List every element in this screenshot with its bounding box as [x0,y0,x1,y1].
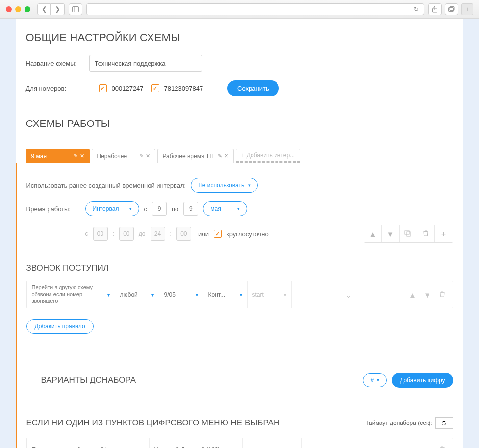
page-content: ОБЩИЕ НАСТРОЙКИ СХЕМЫ Название схемы: Дл… [16,19,463,448]
tab-label: Рабочее время ТП [163,153,214,160]
scheme-name-input[interactable] [89,55,202,72]
scheme-name-label: Название схемы: [26,60,82,67]
rule-delete[interactable] [435,287,450,302]
prev-interval-value: Не использовать [198,182,244,189]
svg-rect-3 [449,7,454,11]
incoming-title: ЗВОНОК ПОСТУПИЛ [26,263,453,273]
close-icon[interactable]: ✕ [80,153,84,159]
back-button[interactable]: ❮ [37,3,51,15]
fallback-move-down[interactable]: ▼ [420,442,435,448]
tab-pane: Использовать ранее созданный временной и… [16,163,463,448]
rule-cont-select[interactable]: Конт... ▾ [203,281,248,308]
number-text-1: 78123097847 [164,85,203,92]
digits-title: ВАРИАНТЫ ДОНАБОРА [41,375,136,385]
chevron-down-icon: ▾ [248,183,251,188]
fallback-delete[interactable] [435,442,450,448]
or-label: или [198,230,209,238]
minimize-window-icon[interactable] [15,6,21,12]
tabs-row: 9 мая ✎ ✕ Нерабочее ✎ ✕ Рабочее время ТП [26,149,454,163]
pencil-icon[interactable]: ✎ [218,153,222,159]
svg-rect-5 [405,230,409,235]
fallback-action-text: Перевести на добавочный/очередь [32,446,128,448]
section-title-general: ОБЩИЕ НАСТРОЙКИ СХЕМЫ [26,31,454,44]
rule-move-up[interactable]: ▲ [405,287,420,302]
number-checkbox-1[interactable] [151,84,159,92]
address-bar[interactable]: ↻ [86,3,424,15]
tab-label: Нерабочее [97,153,127,160]
numbers-label: Для номеров: [26,85,82,92]
tab-working-tp[interactable]: Рабочее время ТП ✎ ✕ [157,149,234,163]
fallback-last-select[interactable]: последнее ▾ [243,438,302,448]
tab-label: 9 мая [31,153,47,160]
interval-type-value: Интервал [93,205,119,212]
allday-label: круглосуточно [227,230,269,238]
rule-start-select[interactable]: start ▾ [248,281,292,308]
sidebar-toggle-button[interactable] [69,3,82,15]
tab-add-interval[interactable]: + Добавить интер... [236,149,300,163]
hash-symbol: # [370,377,374,384]
fallback-person-select[interactable]: Хороший Дмитрий (103) ▾ [150,438,243,448]
svg-rect-4 [450,6,454,10]
forward-button[interactable]: ❯ [51,3,65,15]
share-button[interactable] [428,3,442,15]
time-do: до [139,230,146,237]
maximize-window-icon[interactable] [25,6,30,12]
tab-nonworking[interactable]: Нерабочее ✎ ✕ [92,149,155,163]
delete-button[interactable] [417,225,435,242]
svg-rect-6 [406,232,411,236]
day-to-input[interactable] [183,202,198,216]
pencil-icon[interactable]: ✎ [74,153,78,159]
tab-add-label: Добавить интер... [247,152,295,159]
close-icon[interactable]: ✕ [224,153,228,159]
rule-cont-text: Конт... [208,291,225,298]
fallback-action-select[interactable]: Перевести на добавочный/очередь ▾ [27,438,150,448]
month-value: мая [210,205,221,212]
reload-icon[interactable]: ↻ [414,6,419,13]
from-label: с [144,205,148,213]
new-tab-button[interactable]: + [461,3,473,15]
plus-icon: + [241,152,245,159]
rule-expand[interactable]: ⌄ [292,281,405,308]
copy-button[interactable] [400,225,417,242]
interval-actions-bar: ▲ ▼ ＋ [364,225,453,243]
rule-action-text: Перейти в другую схему обзвона если номе… [32,284,107,304]
time-to-m[interactable] [176,227,191,241]
chevron-down-icon: ▾ [107,292,110,298]
rule-move-down[interactable]: ▼ [420,287,435,302]
chevron-down-icon: ▾ [237,206,240,211]
close-window-icon[interactable] [6,6,12,12]
add-button[interactable]: ＋ [435,225,453,242]
work-time-label: Время работы: [26,205,80,213]
chevron-down-icon: ▾ [240,292,242,298]
rule-date-select[interactable]: 9/05 ▾ [159,281,203,308]
add-rule-button[interactable]: Добавить правило [26,319,94,334]
chevron-down-icon: ▾ [151,292,154,298]
rule-action-select[interactable]: Перейти в другую схему обзвона если номе… [27,281,115,308]
chevron-down-icon: ▾ [377,377,379,384]
add-digit-button[interactable]: Добавить цифру [392,373,453,388]
day-from-input[interactable] [152,202,167,216]
time-from-h[interactable] [93,227,108,241]
time-from-s: с [85,230,88,237]
fallback-title: ЕСЛИ НИ ОДИН ИЗ ПУНКТОВ ЦИФРОВОГО МЕНЮ Н… [26,418,280,428]
fallback-move-up[interactable]: ▲ [405,442,420,448]
allday-checkbox[interactable] [214,230,222,238]
prev-interval-select[interactable]: Не использовать ▾ [191,178,258,193]
interval-type-select[interactable]: Интервал ▾ [85,201,139,216]
tab-9may[interactable]: 9 мая ✎ ✕ [26,149,90,163]
timeout-input[interactable] [435,417,453,429]
time-to-h[interactable] [151,227,165,241]
pencil-icon[interactable]: ✎ [139,153,144,159]
rule-any-select[interactable]: любой ▾ [115,281,159,308]
number-checkbox-0[interactable] [99,84,107,92]
tabs-button[interactable] [445,3,458,15]
rule-any-text: любой [120,291,138,298]
window-controls [6,6,30,12]
time-from-m[interactable] [119,227,134,241]
hash-pill[interactable]: # ▾ [363,373,387,387]
save-button[interactable]: Сохранить [227,80,279,96]
month-select[interactable]: мая ▾ [203,201,247,216]
close-icon[interactable]: ✕ [146,153,150,159]
move-down-button[interactable]: ▼ [382,225,400,242]
move-up-button[interactable]: ▲ [364,225,382,242]
